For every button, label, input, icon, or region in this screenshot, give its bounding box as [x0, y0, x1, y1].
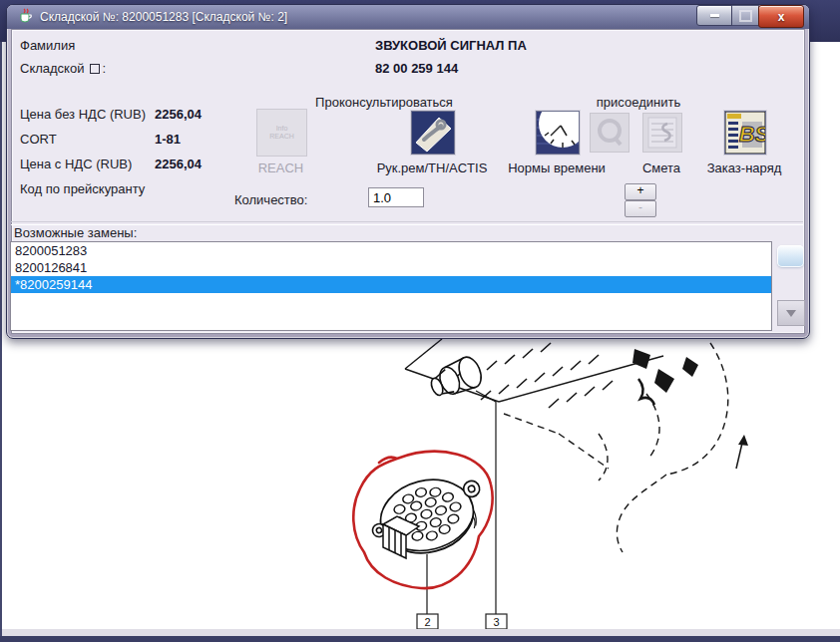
cort-label: CORT: [20, 132, 57, 147]
price-ex-vat-value: 2256,04: [155, 107, 202, 122]
callout-2: 2: [417, 614, 438, 629]
quantity-plus-button[interactable]: +: [625, 183, 656, 200]
quantity-minus-button[interactable]: -: [625, 200, 656, 217]
square-icon: [90, 64, 100, 74]
replacements-list: 8200051283 8200126841 *8200259144: [10, 241, 772, 331]
scrollbar-thumb[interactable]: [777, 245, 804, 267]
minimize-icon: [710, 14, 719, 17]
price-ex-vat-label: Цена без НДС (RUB): [20, 107, 146, 122]
reach-icon: Info REACH: [269, 125, 294, 141]
svg-text:BS: BS: [739, 122, 765, 147]
price-inc-vat-value: 2256,04: [155, 157, 202, 171]
repair-manual-label: Рук.рем/TH/ACTIS: [362, 160, 502, 175]
svg-text:2: 2: [424, 616, 430, 628]
java-icon: [18, 8, 34, 24]
background-window-statusbar: [2, 629, 840, 636]
parts-diagram: 2 3: [0, 339, 840, 629]
list-item-selected[interactable]: *8200259144: [11, 276, 771, 293]
cort-value: 1-81: [155, 132, 181, 147]
sku-label: Складской:: [20, 61, 106, 76]
quantity-label: Количество:: [234, 192, 307, 207]
list-item[interactable]: 8200051283: [11, 242, 771, 259]
reach-label: REACH: [256, 160, 305, 175]
estimate-document-icon: [643, 114, 681, 152]
list-item[interactable]: 8200126841: [11, 259, 771, 276]
work-order-button[interactable]: BS: [724, 111, 766, 155]
time-standards-button[interactable]: [536, 111, 580, 155]
background-window-bottom-border: [0, 636, 840, 642]
attach-group-label: присоединить: [569, 95, 708, 110]
maximize-icon: [739, 10, 752, 22]
time-standards-label: Нормы времени: [487, 160, 627, 175]
name-value: ЗВУКОВОЙ СИГНАЛ ПА: [375, 38, 527, 53]
callout-3: 3: [486, 614, 507, 629]
pricelist-code-label: Код по прейскуранту: [20, 181, 145, 196]
replacements-label: Возможные замены:: [14, 225, 137, 240]
estimate-button[interactable]: [642, 113, 682, 153]
maximize-button[interactable]: [731, 5, 759, 26]
quantity-input[interactable]: [368, 187, 424, 207]
quote-button-disabled[interactable]: [590, 113, 630, 153]
name-label: Фамилия: [20, 38, 75, 53]
svg-text:3: 3: [493, 616, 499, 628]
close-button[interactable]: x: [758, 5, 804, 28]
reach-button[interactable]: Info REACH: [256, 109, 307, 157]
q-icon: [591, 114, 629, 152]
clock-icon: [537, 112, 579, 154]
wrench-icon: [412, 112, 454, 154]
price-inc-vat-label: Цена с НДС (RUB): [20, 157, 132, 171]
consult-group-label: Проконсультироваться: [299, 95, 469, 110]
sku-value: 82 00 259 144: [375, 61, 458, 76]
work-order-icon: BS: [725, 112, 765, 154]
work-order-label: Заказ-наряд: [684, 160, 804, 175]
chevron-down-icon: [786, 310, 796, 317]
minimize-button[interactable]: [696, 5, 732, 26]
dialog-title: Складской №: 8200051283 [Складской №: 2]: [40, 10, 287, 24]
repair-manual-button[interactable]: [411, 111, 455, 155]
scrollbar-down-button[interactable]: [777, 300, 805, 326]
